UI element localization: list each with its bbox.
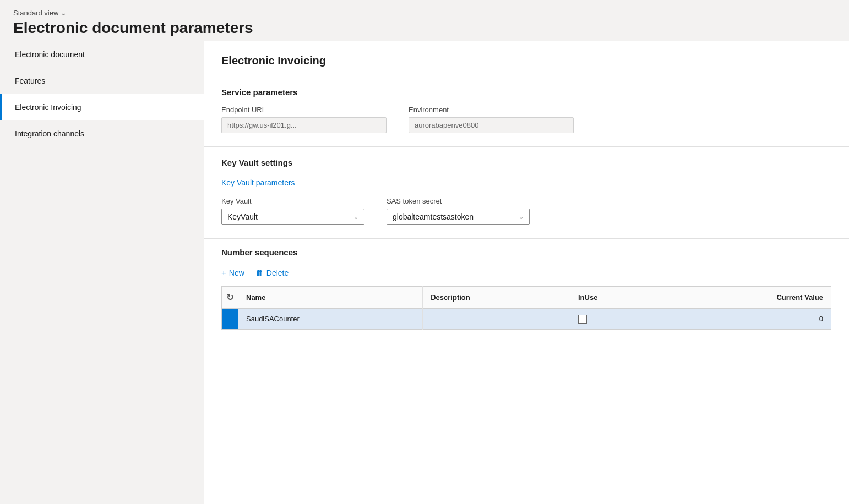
service-parameters-heading: Service parameters [221,87,831,97]
key-vault-chevron-icon: ⌄ [353,213,358,221]
key-vault-select-value: KeyVault [227,212,258,221]
sidebar-item-integration-channels[interactable]: Integration channels [0,120,204,147]
number-sequences-section: Number sequences + New 🗑 Delete [204,239,849,338]
sidebar-item-electronic-invoicing[interactable]: Electronic Invoicing [0,94,204,120]
cell-inuse [570,309,665,330]
sidebar-item-electronic-document[interactable]: Electronic document [0,41,204,68]
content-panel: Electronic Invoicing Service parameters … [204,41,849,504]
endpoint-url-group: Endpoint URL https://gw.us-il201.g... [221,106,387,133]
environment-label: Environment [409,106,574,114]
row-active-indicator [222,309,238,330]
sas-token-select-value: globalteamtestsastoken [393,212,474,221]
service-parameters-row: Endpoint URL https://gw.us-il201.g... En… [221,106,831,133]
col-description: Description [423,287,570,309]
key-vault-dropdown-group: Key Vault KeyVault ⌄ [221,197,364,225]
cell-name: SaudiSACounter [238,309,423,330]
cell-current-value: 0 [665,309,831,330]
table-header-row: ↻ Name Description InUse [222,287,831,309]
main-content: Electronic document Features Electronic … [0,41,849,504]
key-vault-label: Key Vault [221,197,364,205]
delete-icon: 🗑 [255,268,264,277]
new-button[interactable]: + New [221,266,244,280]
key-vault-row: Key Vault KeyVault ⌄ SAS token secret gl… [221,197,831,225]
new-button-label: New [229,269,244,277]
key-vault-heading: Key Vault settings [221,158,831,167]
environment-input: aurorabapenve0800 [409,117,574,133]
delete-button-label: Delete [266,269,289,277]
key-vault-parameters-link[interactable]: Key Vault parameters [221,176,295,189]
key-vault-select[interactable]: KeyVault ⌄ [221,209,364,225]
refresh-header-cell: ↻ [222,287,238,309]
standard-view-chevron: ⌄ [61,9,67,17]
refresh-icon[interactable]: ↻ [226,293,233,302]
standard-view-label: Standard view [13,9,58,17]
page-wrapper: Standard view ⌄ Electronic document para… [0,0,849,504]
page-header: Standard view ⌄ Electronic document para… [0,0,849,41]
sas-token-dropdown-group: SAS token secret globalteamtestsastoken … [387,197,530,225]
cell-description [423,309,570,330]
col-inuse: InUse [570,287,665,309]
endpoint-url-input: https://gw.us-il201.g... [221,117,387,133]
col-current-value: Current Value [665,287,831,309]
sidebar-item-features[interactable]: Features [0,68,204,94]
standard-view-selector[interactable]: Standard view ⌄ [13,9,836,17]
sas-token-chevron-icon: ⌄ [519,213,524,221]
col-name: Name [238,287,423,309]
table-row[interactable]: SaudiSACounter 0 [222,309,831,330]
endpoint-url-label: Endpoint URL [221,106,387,114]
number-sequences-table: ↻ Name Description InUse [221,286,831,330]
page-title: Electronic document parameters [13,19,836,37]
service-parameters-section: Service parameters Endpoint URL https://… [204,76,849,146]
plus-icon: + [221,268,226,277]
inuse-checkbox[interactable] [578,315,587,324]
number-sequences-heading: Number sequences [221,248,831,257]
sidebar: Electronic document Features Electronic … [0,41,204,504]
delete-button[interactable]: 🗑 Delete [255,266,289,280]
sas-token-label: SAS token secret [387,197,530,205]
number-sequences-toolbar: + New 🗑 Delete [221,266,831,280]
key-vault-section: Key Vault settings Key Vault parameters … [204,147,849,238]
environment-group: Environment aurorabapenve0800 [409,106,574,133]
sas-token-select[interactable]: globalteamtestsastoken ⌄ [387,209,530,225]
section-title-main: Electronic Invoicing [204,41,849,76]
